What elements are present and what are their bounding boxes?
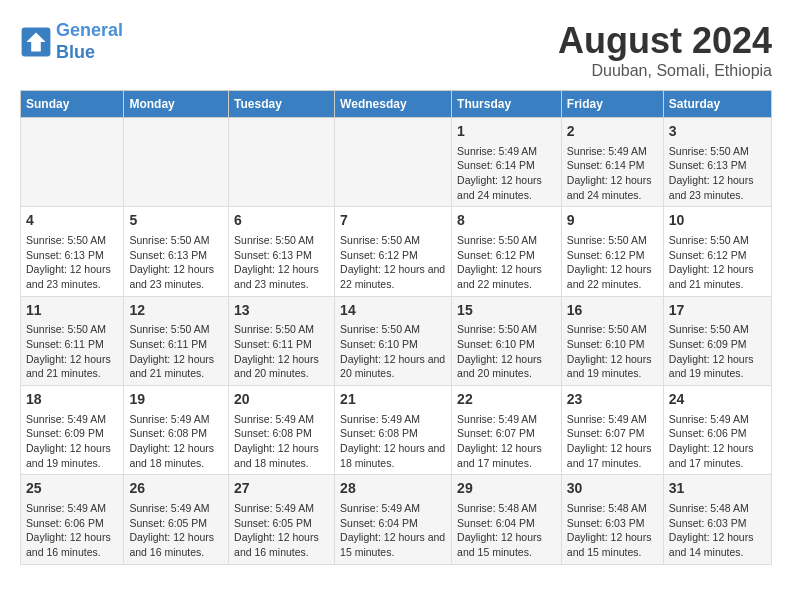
day-info: Sunrise: 5:49 AM Sunset: 6:05 PM Dayligh… [234,501,329,560]
day-number: 16 [567,301,658,321]
day-info: Sunrise: 5:50 AM Sunset: 6:12 PM Dayligh… [340,233,446,292]
day-cell: 3Sunrise: 5:50 AM Sunset: 6:13 PM Daylig… [663,118,771,207]
week-row-3: 11Sunrise: 5:50 AM Sunset: 6:11 PM Dayli… [21,296,772,385]
day-cell: 7Sunrise: 5:50 AM Sunset: 6:12 PM Daylig… [335,207,452,296]
day-number: 5 [129,211,223,231]
day-number: 22 [457,390,556,410]
day-info: Sunrise: 5:49 AM Sunset: 6:07 PM Dayligh… [567,412,658,471]
day-cell [335,118,452,207]
day-cell: 18Sunrise: 5:49 AM Sunset: 6:09 PM Dayli… [21,386,124,475]
day-info: Sunrise: 5:49 AM Sunset: 6:14 PM Dayligh… [457,144,556,203]
day-number: 1 [457,122,556,142]
day-number: 31 [669,479,766,499]
week-row-1: 1Sunrise: 5:49 AM Sunset: 6:14 PM Daylig… [21,118,772,207]
day-info: Sunrise: 5:50 AM Sunset: 6:13 PM Dayligh… [129,233,223,292]
week-row-2: 4Sunrise: 5:50 AM Sunset: 6:13 PM Daylig… [21,207,772,296]
day-number: 12 [129,301,223,321]
day-info: Sunrise: 5:49 AM Sunset: 6:05 PM Dayligh… [129,501,223,560]
day-number: 23 [567,390,658,410]
header-row: SundayMondayTuesdayWednesdayThursdayFrid… [21,91,772,118]
day-info: Sunrise: 5:48 AM Sunset: 6:03 PM Dayligh… [567,501,658,560]
calendar-table: SundayMondayTuesdayWednesdayThursdayFrid… [20,90,772,565]
day-info: Sunrise: 5:49 AM Sunset: 6:14 PM Dayligh… [567,144,658,203]
day-cell: 22Sunrise: 5:49 AM Sunset: 6:07 PM Dayli… [452,386,562,475]
col-header-saturday: Saturday [663,91,771,118]
col-header-tuesday: Tuesday [229,91,335,118]
day-cell: 20Sunrise: 5:49 AM Sunset: 6:08 PM Dayli… [229,386,335,475]
day-number: 24 [669,390,766,410]
day-info: Sunrise: 5:49 AM Sunset: 6:08 PM Dayligh… [129,412,223,471]
col-header-thursday: Thursday [452,91,562,118]
day-info: Sunrise: 5:48 AM Sunset: 6:04 PM Dayligh… [457,501,556,560]
day-info: Sunrise: 5:49 AM Sunset: 6:09 PM Dayligh… [26,412,118,471]
logo-icon [20,26,52,58]
day-info: Sunrise: 5:50 AM Sunset: 6:11 PM Dayligh… [234,322,329,381]
day-number: 30 [567,479,658,499]
day-number: 15 [457,301,556,321]
day-cell [229,118,335,207]
day-cell: 26Sunrise: 5:49 AM Sunset: 6:05 PM Dayli… [124,475,229,564]
day-number: 13 [234,301,329,321]
day-number: 9 [567,211,658,231]
col-header-wednesday: Wednesday [335,91,452,118]
day-cell: 27Sunrise: 5:49 AM Sunset: 6:05 PM Dayli… [229,475,335,564]
day-number: 3 [669,122,766,142]
day-cell: 4Sunrise: 5:50 AM Sunset: 6:13 PM Daylig… [21,207,124,296]
day-cell: 30Sunrise: 5:48 AM Sunset: 6:03 PM Dayli… [561,475,663,564]
day-number: 27 [234,479,329,499]
day-cell: 11Sunrise: 5:50 AM Sunset: 6:11 PM Dayli… [21,296,124,385]
day-info: Sunrise: 5:50 AM Sunset: 6:10 PM Dayligh… [457,322,556,381]
day-number: 6 [234,211,329,231]
day-cell: 8Sunrise: 5:50 AM Sunset: 6:12 PM Daylig… [452,207,562,296]
day-cell [124,118,229,207]
day-info: Sunrise: 5:50 AM Sunset: 6:10 PM Dayligh… [567,322,658,381]
day-cell: 2Sunrise: 5:49 AM Sunset: 6:14 PM Daylig… [561,118,663,207]
day-cell: 6Sunrise: 5:50 AM Sunset: 6:13 PM Daylig… [229,207,335,296]
day-cell: 25Sunrise: 5:49 AM Sunset: 6:06 PM Dayli… [21,475,124,564]
day-number: 21 [340,390,446,410]
day-info: Sunrise: 5:49 AM Sunset: 6:07 PM Dayligh… [457,412,556,471]
day-number: 2 [567,122,658,142]
day-cell: 12Sunrise: 5:50 AM Sunset: 6:11 PM Dayli… [124,296,229,385]
day-number: 19 [129,390,223,410]
page-header: General Blue August 2024 Duuban, Somali,… [20,20,772,80]
day-cell: 24Sunrise: 5:49 AM Sunset: 6:06 PM Dayli… [663,386,771,475]
day-cell: 14Sunrise: 5:50 AM Sunset: 6:10 PM Dayli… [335,296,452,385]
week-row-5: 25Sunrise: 5:49 AM Sunset: 6:06 PM Dayli… [21,475,772,564]
main-title: August 2024 [558,20,772,62]
day-info: Sunrise: 5:50 AM Sunset: 6:09 PM Dayligh… [669,322,766,381]
day-info: Sunrise: 5:50 AM Sunset: 6:13 PM Dayligh… [26,233,118,292]
day-number: 14 [340,301,446,321]
day-info: Sunrise: 5:50 AM Sunset: 6:12 PM Dayligh… [567,233,658,292]
col-header-friday: Friday [561,91,663,118]
day-cell: 1Sunrise: 5:49 AM Sunset: 6:14 PM Daylig… [452,118,562,207]
day-number: 8 [457,211,556,231]
day-info: Sunrise: 5:49 AM Sunset: 6:04 PM Dayligh… [340,501,446,560]
day-number: 25 [26,479,118,499]
day-number: 11 [26,301,118,321]
day-cell: 31Sunrise: 5:48 AM Sunset: 6:03 PM Dayli… [663,475,771,564]
day-info: Sunrise: 5:50 AM Sunset: 6:12 PM Dayligh… [669,233,766,292]
day-cell: 23Sunrise: 5:49 AM Sunset: 6:07 PM Dayli… [561,386,663,475]
day-info: Sunrise: 5:50 AM Sunset: 6:10 PM Dayligh… [340,322,446,381]
day-cell: 9Sunrise: 5:50 AM Sunset: 6:12 PM Daylig… [561,207,663,296]
day-cell: 28Sunrise: 5:49 AM Sunset: 6:04 PM Dayli… [335,475,452,564]
day-info: Sunrise: 5:48 AM Sunset: 6:03 PM Dayligh… [669,501,766,560]
day-info: Sunrise: 5:50 AM Sunset: 6:11 PM Dayligh… [26,322,118,381]
subtitle: Duuban, Somali, Ethiopia [558,62,772,80]
day-info: Sunrise: 5:49 AM Sunset: 6:06 PM Dayligh… [669,412,766,471]
week-row-4: 18Sunrise: 5:49 AM Sunset: 6:09 PM Dayli… [21,386,772,475]
day-number: 7 [340,211,446,231]
day-info: Sunrise: 5:49 AM Sunset: 6:08 PM Dayligh… [340,412,446,471]
day-info: Sunrise: 5:50 AM Sunset: 6:13 PM Dayligh… [234,233,329,292]
day-cell: 13Sunrise: 5:50 AM Sunset: 6:11 PM Dayli… [229,296,335,385]
day-info: Sunrise: 5:49 AM Sunset: 6:08 PM Dayligh… [234,412,329,471]
day-cell: 5Sunrise: 5:50 AM Sunset: 6:13 PM Daylig… [124,207,229,296]
day-cell: 15Sunrise: 5:50 AM Sunset: 6:10 PM Dayli… [452,296,562,385]
day-cell: 17Sunrise: 5:50 AM Sunset: 6:09 PM Dayli… [663,296,771,385]
col-header-sunday: Sunday [21,91,124,118]
day-number: 10 [669,211,766,231]
day-number: 20 [234,390,329,410]
day-info: Sunrise: 5:49 AM Sunset: 6:06 PM Dayligh… [26,501,118,560]
day-info: Sunrise: 5:50 AM Sunset: 6:11 PM Dayligh… [129,322,223,381]
